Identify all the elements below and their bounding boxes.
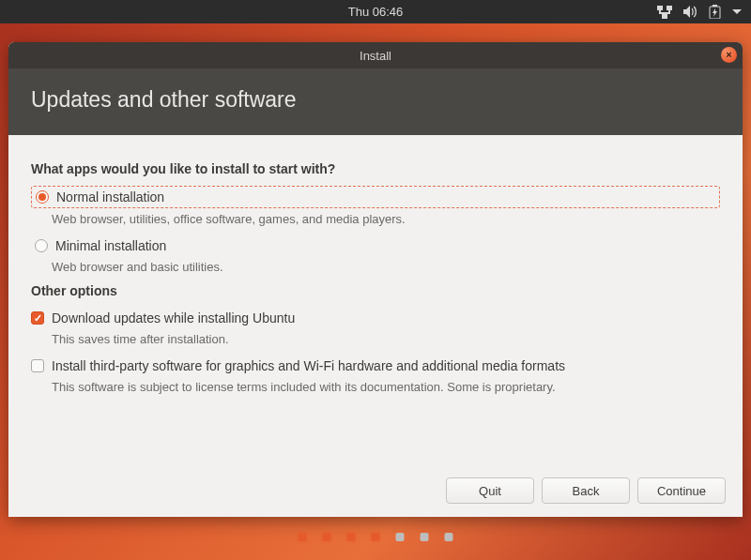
window-title: Install <box>360 49 391 63</box>
progress-dot <box>347 533 356 541</box>
titlebar: Install × <box>8 42 743 68</box>
radio-normal-install[interactable]: Normal installation <box>31 186 720 208</box>
menubar: Thu 06:46 <box>0 0 751 23</box>
download-updates-desc: This saves time after installation. <box>52 332 720 346</box>
radio-icon <box>36 190 49 204</box>
close-button[interactable]: × <box>721 47 737 63</box>
normal-install-desc: Web browser, utilities, office software,… <box>52 212 720 226</box>
checkbox-label: Install third-party software for graphic… <box>52 358 565 373</box>
menubar-indicators <box>657 5 742 19</box>
checkbox-icon <box>31 311 44 325</box>
page-header: Updates and other software <box>8 68 743 135</box>
progress-dot <box>396 533 405 541</box>
back-button[interactable]: Back <box>542 477 630 504</box>
other-options-heading: Other options <box>31 283 720 298</box>
svg-rect-1 <box>667 6 672 10</box>
install-type-group: Normal installation Web browser, utiliti… <box>31 186 720 274</box>
checkbox-icon <box>31 359 44 372</box>
menubar-datetime: Thu 06:46 <box>348 5 404 19</box>
radio-icon <box>35 239 48 252</box>
dropdown-icon[interactable] <box>732 9 742 15</box>
volume-icon[interactable] <box>683 6 697 18</box>
progress-dot <box>372 533 380 541</box>
radio-label: Normal installation <box>56 189 164 204</box>
progress-dot <box>299 533 307 541</box>
minimal-install-desc: Web browser and basic utilities. <box>52 260 720 274</box>
svg-rect-6 <box>664 12 666 15</box>
radio-minimal-install[interactable]: Minimal installation <box>31 235 720 256</box>
checkbox-label: Download updates while installing Ubuntu <box>52 310 295 325</box>
progress-dot <box>323 533 331 541</box>
svg-rect-0 <box>657 6 663 10</box>
battery-icon[interactable] <box>709 5 721 19</box>
installer-window: Install × Updates and other software Wha… <box>8 42 743 517</box>
progress-dot <box>421 533 429 541</box>
progress-dots <box>299 533 453 541</box>
checkbox-third-party[interactable]: Install third-party software for graphic… <box>31 356 720 376</box>
continue-button[interactable]: Continue <box>637 477 726 504</box>
button-bar: Quit Back Continue <box>446 477 726 504</box>
radio-label: Minimal installation <box>55 238 166 253</box>
close-icon: × <box>726 50 731 60</box>
progress-dot <box>445 533 453 541</box>
network-icon[interactable] <box>657 6 672 19</box>
svg-rect-8 <box>713 5 717 7</box>
install-question: What apps would you like to install to s… <box>31 161 720 176</box>
quit-button[interactable]: Quit <box>446 477 534 504</box>
checkbox-download-updates[interactable]: Download updates while installing Ubuntu <box>31 308 720 328</box>
content-area: What apps would you like to install to s… <box>8 135 743 394</box>
third-party-desc: This software is subject to license term… <box>52 380 720 394</box>
